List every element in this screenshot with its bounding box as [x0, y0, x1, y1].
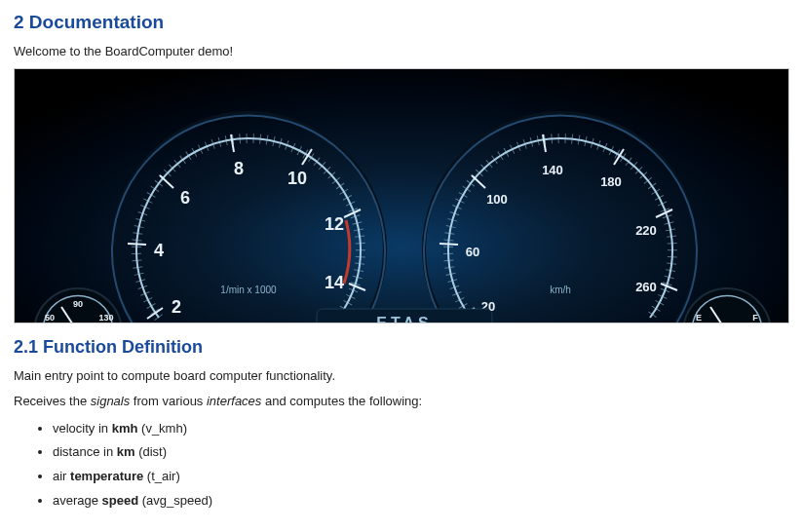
funcdef-p1: Main entry point to compute board comput… [14, 367, 789, 385]
temperature-gauge: 50 90 130 °C [34, 288, 122, 323]
speedo-num-180: 180 [600, 174, 622, 189]
funcdef-p2: Receives the signals from various interf… [14, 393, 789, 410]
brand-plate: ETAS [317, 309, 492, 323]
tach-num-4: 4 [154, 241, 164, 260]
temp-num-130: 130 [98, 313, 113, 323]
speedo-num-60: 60 [466, 245, 479, 259]
tachometer-gauge: 2 4 6 8 10 12 14 1/min x 1000 [112, 113, 385, 323]
fuel-label-e: E [696, 313, 702, 323]
speedo-num-220: 220 [635, 223, 657, 238]
speedo-num-100: 100 [486, 192, 508, 207]
speedo-num-140: 140 [542, 163, 563, 177]
temp-num-50: 50 [45, 313, 55, 323]
funcdef-list: velocity in kmh (v_kmh) distance in km (… [53, 419, 789, 512]
tach-num-10: 10 [287, 169, 307, 188]
tach-unit-label: 1/min x 1000 [220, 285, 277, 295]
speedo-unit-label: km/h [550, 285, 571, 295]
tach-num-2: 2 [172, 297, 181, 317]
list-item: air temperature (t_air) [53, 467, 789, 487]
list-item: velocity in kmh (v_kmh) [53, 419, 789, 439]
fuel-label-f: F [752, 313, 758, 323]
temp-num-90: 90 [73, 299, 83, 309]
section-heading: 2 Documentation [14, 12, 789, 33]
list-item: distance in km (dist) [53, 442, 789, 463]
svg-line-10 [440, 244, 458, 245]
fuel-gauge: E F kWh [683, 288, 771, 323]
svg-line-2 [128, 244, 146, 245]
dashboard-image: 2 4 6 8 10 12 14 1/min x 1000 20 60 100 … [14, 68, 789, 323]
brand-label: ETAS [376, 315, 432, 323]
tach-num-12: 12 [325, 214, 344, 234]
tach-num-6: 6 [180, 188, 190, 208]
subsection-heading: 2.1 Function Definition [14, 337, 789, 358]
tach-num-8: 8 [234, 159, 244, 178]
speedo-num-260: 260 [635, 280, 657, 294]
intro-text: Welcome to the BoardComputer demo! [14, 43, 789, 60]
svg-line-1 [147, 308, 163, 319]
speedometer-gauge: 20 60 100 140 180 220 260 km/h [424, 113, 697, 323]
tach-num-14: 14 [325, 273, 344, 292]
list-item: average speed (avg_speed) [53, 491, 789, 512]
